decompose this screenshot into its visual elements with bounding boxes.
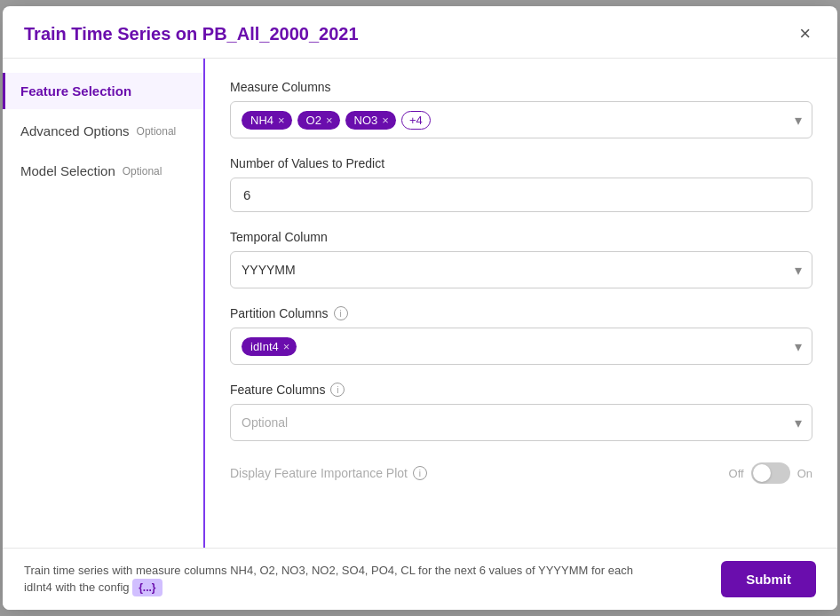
- feature-importance-label-group: Display Feature Importance Plot i: [230, 466, 427, 480]
- toggle-thumb: [753, 464, 771, 482]
- measure-columns-select-wrapper: NH4 × O2 × NO3 × +4: [230, 101, 812, 138]
- model-selection-optional-badge: Optional: [123, 165, 162, 178]
- sidebar-item-label: Advanced Options: [20, 123, 130, 138]
- sidebar-item-model-selection[interactable]: Model Selection Optional: [3, 153, 203, 189]
- sidebar: Feature Selection Advanced Options Optio…: [3, 59, 205, 548]
- feature-columns-field: Feature Columns i Optional ▾: [230, 383, 812, 441]
- sidebar-item-advanced-options[interactable]: Advanced Options Optional: [3, 113, 203, 149]
- num-values-label: Number of Values to Predict: [230, 156, 812, 170]
- feature-importance-toggle-row: Display Feature Importance Plot i Off On: [230, 459, 812, 487]
- feature-importance-info-icon[interactable]: i: [413, 466, 427, 480]
- partition-columns-select[interactable]: idInt4 ×: [230, 328, 812, 365]
- feature-columns-label: Feature Columns i: [230, 383, 812, 397]
- content-area: Measure Columns NH4 × O2 ×: [205, 59, 837, 548]
- measure-columns-select[interactable]: NH4 × O2 × NO3 × +4: [230, 101, 812, 138]
- tag-nh4: NH4 ×: [242, 111, 292, 130]
- modal-body: Feature Selection Advanced Options Optio…: [3, 59, 837, 548]
- advanced-options-optional-badge: Optional: [137, 125, 177, 138]
- modal: Train Time Series on PB_All_2000_2021 × …: [3, 6, 837, 610]
- temporal-column-select-wrapper: YYYYMM ▾: [230, 251, 812, 288]
- temporal-column-label: Temporal Column: [230, 230, 812, 244]
- sidebar-item-label: Feature Selection: [20, 83, 131, 99]
- modal-footer: Train time series with measure columns N…: [3, 548, 837, 610]
- measure-columns-label: Measure Columns: [230, 80, 812, 94]
- close-button[interactable]: ×: [794, 22, 816, 45]
- toggle-on-label: On: [797, 467, 812, 480]
- partition-columns-field: Partition Columns i idInt4 × ▾: [230, 306, 812, 365]
- toggle-off-label: Off: [729, 467, 744, 480]
- temporal-column-select[interactable]: YYYYMM: [230, 251, 812, 288]
- partition-columns-label: Partition Columns i: [230, 306, 812, 320]
- feature-importance-toggle[interactable]: [751, 462, 790, 484]
- sidebar-item-label: Model Selection: [20, 163, 115, 178]
- footer-description: Train time series with measure columns N…: [24, 562, 663, 597]
- tag-nh4-close[interactable]: ×: [278, 115, 285, 126]
- submit-button[interactable]: Submit: [721, 561, 816, 597]
- tag-no3-close[interactable]: ×: [382, 115, 389, 126]
- tag-no3: NO3 ×: [345, 111, 396, 130]
- feature-importance-label: Display Feature Importance Plot: [230, 466, 408, 480]
- modal-title: Train Time Series on PB_All_2000_2021: [24, 24, 359, 44]
- temporal-column-field: Temporal Column YYYYMM ▾: [230, 230, 812, 288]
- tag-o2: O2 ×: [297, 111, 340, 130]
- measure-columns-field: Measure Columns NH4 × O2 ×: [230, 80, 812, 138]
- tag-idint4-close[interactable]: ×: [283, 341, 290, 352]
- sidebar-item-feature-selection[interactable]: Feature Selection: [3, 73, 203, 109]
- tag-idint4: idInt4 ×: [242, 337, 297, 356]
- tag-more: +4: [401, 111, 431, 130]
- tag-o2-close[interactable]: ×: [326, 115, 333, 126]
- feature-columns-select-wrapper: Optional ▾: [230, 404, 812, 441]
- toggle-switch-group: Off On: [729, 462, 812, 484]
- feature-columns-select[interactable]: Optional: [230, 404, 812, 441]
- partition-columns-info-icon[interactable]: i: [334, 306, 348, 320]
- feature-columns-info-icon[interactable]: i: [330, 383, 345, 397]
- config-badge[interactable]: {...}: [132, 579, 162, 596]
- num-values-input[interactable]: [230, 178, 812, 212]
- modal-header: Train Time Series on PB_All_2000_2021 ×: [3, 6, 837, 59]
- partition-columns-select-wrapper: idInt4 × ▾: [230, 328, 812, 365]
- num-values-field: Number of Values to Predict: [230, 156, 812, 212]
